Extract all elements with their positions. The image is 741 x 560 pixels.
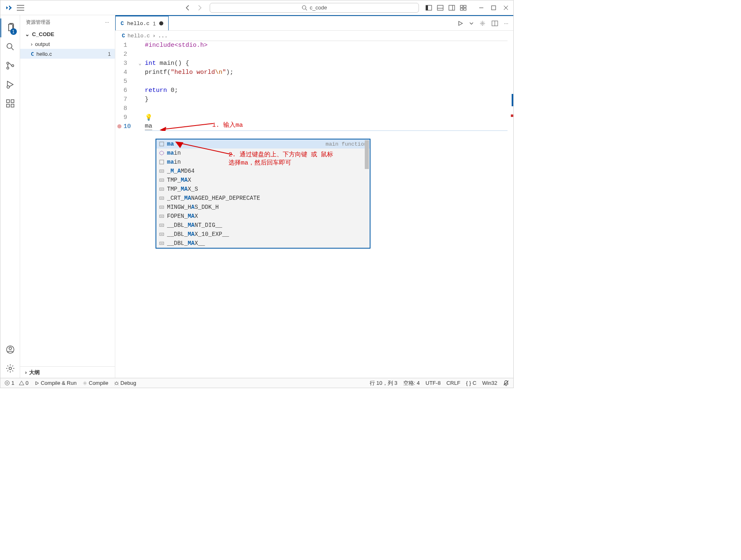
- layout-left-icon[interactable]: [425, 5, 432, 11]
- status-bell-icon[interactable]: [503, 380, 509, 386]
- editor-body[interactable]: 1 2 3 4 5 6 7 8 9 10 ⌄ #include <stdio.h…: [115, 41, 513, 378]
- minimap[interactable]: [508, 41, 513, 378]
- layout-right-icon[interactable]: [448, 5, 455, 11]
- activity-run[interactable]: [0, 75, 20, 94]
- suggest-item[interactable]: FOPEN_MAX: [156, 212, 370, 221]
- activity-explorer[interactable]: 1: [0, 18, 20, 37]
- suggest-text: S_DDK_H: [194, 204, 219, 210]
- status-compile-run[interactable]: Compile & Run: [34, 380, 77, 386]
- window-close-icon[interactable]: [503, 5, 508, 10]
- suggest-text: NAGED_HEAP_DEPRECATE: [191, 195, 260, 201]
- bug-icon: [114, 381, 119, 386]
- svg-rect-9: [464, 8, 466, 10]
- activity-scm[interactable]: [0, 56, 20, 75]
- svg-rect-17: [7, 104, 9, 107]
- suggest-item[interactable]: main: [156, 149, 370, 158]
- breakpoint-gutter[interactable]: [115, 41, 124, 128]
- status-language[interactable]: { } C: [466, 380, 476, 386]
- run-chevron-icon[interactable]: [469, 21, 473, 25]
- code-content[interactable]: #include <stdio.h> int main() { printf("…: [145, 41, 508, 131]
- activity-account[interactable]: [0, 340, 20, 359]
- status-compile[interactable]: Compile: [82, 380, 108, 386]
- status-error-count: 1: [11, 380, 14, 386]
- svg-point-11: [7, 43, 12, 48]
- nav-back-icon[interactable]: [184, 5, 191, 11]
- line-number: 1: [124, 41, 137, 50]
- activity-search[interactable]: [0, 37, 20, 56]
- activity-settings[interactable]: [0, 359, 20, 378]
- suggest-scrollbar[interactable]: [365, 140, 369, 169]
- status-errors[interactable]: 1 0: [5, 380, 29, 386]
- code-token: );: [226, 69, 233, 76]
- svg-point-41: [84, 383, 85, 384]
- editor-more-icon[interactable]: ···: [504, 20, 508, 26]
- hamburger-menu-icon[interactable]: [17, 5, 24, 11]
- suggest-item[interactable]: __DBL_MANT_DIG__: [156, 221, 370, 230]
- status-debug[interactable]: Debug: [114, 380, 136, 386]
- suggest-item[interactable]: _M_AMD64: [156, 167, 370, 176]
- tab-hello-c[interactable]: C hello.c 1: [115, 16, 169, 30]
- suggest-item[interactable]: TMP_MAX: [156, 176, 370, 185]
- suggest-text: _: [174, 168, 177, 174]
- status-eol[interactable]: CRLF: [446, 380, 460, 386]
- suggest-item[interactable]: _CRT_MANAGED_HEAP_DEPRECATE: [156, 194, 370, 203]
- breadcrumb[interactable]: C hello.c › ...: [115, 31, 513, 41]
- status-debug-label: Debug: [121, 380, 136, 386]
- project-root[interactable]: ⌄ C_CODE: [20, 29, 115, 39]
- suggest-text: ma: [167, 150, 174, 156]
- layout-bottom-icon[interactable]: [437, 5, 444, 11]
- file-tree: ⌄ C_CODE › output C hello.c 1: [20, 29, 115, 59]
- status-spaces[interactable]: 空格: 4: [403, 379, 420, 387]
- suggest-text: A: [191, 204, 194, 210]
- gear-icon: [82, 381, 87, 386]
- status-cursor-pos[interactable]: 行 10，列 3: [370, 379, 398, 387]
- tree-file-hello-c[interactable]: C hello.c 1: [20, 49, 115, 59]
- svg-rect-26: [160, 160, 164, 164]
- suggest-detail: main function: [326, 141, 367, 147]
- suggest-text: X: [188, 177, 191, 183]
- fold-chevron-icon[interactable]: ⌄: [137, 59, 143, 68]
- outline-section[interactable]: › 大纲: [20, 366, 115, 378]
- fold-gutter[interactable]: ⌄: [137, 41, 143, 131]
- code-token: printf: [145, 69, 167, 76]
- suggest-item[interactable]: __DBL_MAX_10_EXP__: [156, 230, 370, 239]
- code-token: int: [145, 60, 156, 67]
- svg-rect-6: [460, 5, 463, 7]
- suggest-item[interactable]: ma main function: [156, 139, 370, 149]
- suggest-item[interactable]: __DBL_MAX__: [156, 239, 370, 248]
- suggest-text: in: [174, 150, 181, 156]
- run-icon[interactable]: [457, 20, 464, 27]
- suggest-item[interactable]: TMP_MAX_S: [156, 185, 370, 194]
- suggest-item[interactable]: main: [156, 158, 370, 167]
- warning-icon: [19, 380, 24, 386]
- window-minimize-icon[interactable]: [479, 5, 484, 10]
- folder-label: output: [35, 41, 50, 47]
- status-target[interactable]: Win32: [482, 380, 497, 386]
- constant-icon: [159, 168, 165, 174]
- suggest-text: X__: [194, 240, 205, 247]
- gear-icon[interactable]: [479, 20, 486, 27]
- tab-problem-count: 1: [153, 21, 156, 27]
- tree-folder-output[interactable]: › output: [20, 39, 115, 49]
- dirty-indicator-icon: [159, 21, 163, 25]
- lightbulb-icon[interactable]: 💡: [145, 114, 153, 121]
- explorer-badge: 1: [10, 28, 17, 35]
- line-number: 3: [124, 59, 137, 68]
- suggest-widget[interactable]: ma main function main main _M_AMD64: [156, 139, 370, 249]
- layout-grid-icon[interactable]: [460, 5, 467, 11]
- code-token: (: [167, 69, 171, 76]
- command-center-search[interactable]: c_code: [210, 3, 419, 13]
- activity-bar: 1: [0, 15, 20, 378]
- split-editor-icon[interactable]: [492, 20, 498, 27]
- window-maximize-icon[interactable]: [491, 5, 496, 10]
- activity-extensions[interactable]: [0, 94, 20, 113]
- line-number: 5: [124, 77, 137, 86]
- chevron-down-icon: ⌄: [25, 31, 30, 37]
- status-encoding[interactable]: UTF-8: [425, 380, 441, 386]
- title-right-icons: [425, 5, 510, 11]
- breakpoint-dot-icon[interactable]: [117, 124, 121, 128]
- suggest-item[interactable]: MINGW_HAS_DDK_H: [156, 203, 370, 212]
- search-icon: [302, 5, 307, 11]
- sidebar-more-icon[interactable]: ···: [105, 19, 109, 25]
- constant-icon: [159, 213, 165, 219]
